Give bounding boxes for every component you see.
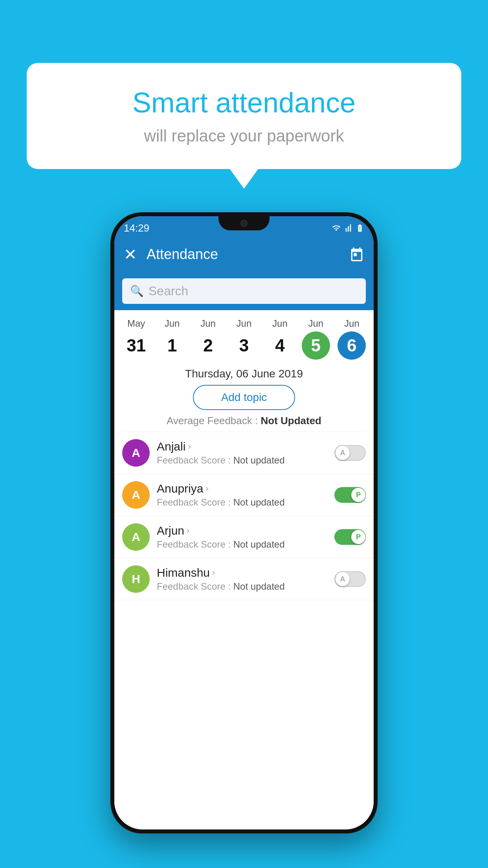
feedback-value: Not updated [233, 455, 285, 465]
speech-bubble-subtitle: will replace your paperwork [50, 127, 438, 145]
attendance-toggle[interactable]: A [334, 445, 366, 461]
student-info: Arjun ›Feedback Score : Not updated [157, 524, 327, 550]
date-month-label: Jun [200, 318, 216, 329]
phone-frame: 14:29 ✕ Attendance [110, 212, 378, 833]
close-button[interactable]: ✕ [124, 246, 137, 262]
calendar-icon[interactable] [349, 247, 364, 262]
average-feedback: Average Feedback : Not Updated [114, 410, 374, 432]
student-avatar: H [122, 565, 150, 593]
student-info: Anupriya ›Feedback Score : Not updated [157, 482, 327, 508]
student-feedback: Feedback Score : Not updated [157, 497, 327, 508]
search-bar[interactable]: 🔍 Search [122, 278, 366, 304]
attendance-toggle-wrap: A [334, 571, 366, 587]
student-name[interactable]: Anupriya › [157, 482, 327, 495]
attendance-toggle[interactable]: P [334, 529, 366, 545]
chevron-right-icon: › [188, 441, 191, 452]
date-item[interactable]: Jun5 [300, 318, 332, 360]
date-selector: May31Jun1Jun2Jun3Jun4Jun5Jun6 [114, 310, 374, 364]
app-bar: ✕ Attendance [114, 237, 374, 272]
wifi-icon [332, 224, 341, 232]
status-time: 14:29 [124, 222, 149, 234]
content-area: May31Jun1Jun2Jun3Jun4Jun5Jun6 Thursday, … [114, 310, 374, 829]
student-item: AArjun ›Feedback Score : Not updatedP [114, 516, 374, 558]
feedback-value: Not updated [233, 539, 285, 550]
search-bar-container: 🔍 Search [114, 272, 374, 310]
date-day-number: 5 [302, 331, 330, 360]
date-day-number: 1 [158, 331, 186, 360]
student-avatar: A [122, 481, 150, 509]
date-item[interactable]: May31 [121, 318, 152, 360]
date-month-label: Jun [237, 318, 252, 329]
attendance-toggle-wrap: A [334, 445, 366, 461]
date-month-label: Jun [344, 318, 360, 329]
feedback-value: Not updated [233, 497, 285, 508]
student-list: AAnjali ›Feedback Score : Not updatedAAA… [114, 432, 374, 600]
speech-bubble-section: Smart attendance will replace your paper… [27, 63, 461, 189]
phone-inner: 14:29 ✕ Attendance [114, 216, 374, 829]
date-month-label: Jun [308, 318, 323, 329]
attendance-toggle[interactable]: A [334, 571, 366, 587]
search-icon: 🔍 [130, 285, 144, 298]
date-item[interactable]: Jun4 [264, 318, 295, 360]
speech-bubble-arrow [230, 169, 258, 189]
student-avatar: A [122, 523, 150, 551]
phone-camera [240, 220, 248, 227]
speech-bubble-title: Smart attendance [50, 86, 438, 119]
app-title: Attendance [147, 246, 340, 263]
add-topic-button[interactable]: Add topic [193, 385, 295, 410]
date-item[interactable]: Jun2 [193, 318, 224, 360]
toggle-knob: A [336, 572, 350, 586]
date-item[interactable]: Jun3 [228, 318, 260, 360]
attendance-toggle-wrap: P [334, 529, 366, 545]
battery-icon [356, 224, 364, 232]
chevron-right-icon: › [187, 526, 189, 536]
student-info: Anjali ›Feedback Score : Not updated [157, 440, 327, 466]
speech-bubble: Smart attendance will replace your paper… [27, 63, 461, 169]
status-icons [332, 224, 364, 232]
toggle-knob: P [351, 488, 365, 502]
date-day-number: 6 [338, 331, 366, 360]
student-name[interactable]: Arjun › [157, 524, 327, 537]
student-item: AAnupriya ›Feedback Score : Not updatedP [114, 474, 374, 516]
date-item[interactable]: Jun1 [156, 318, 188, 360]
student-name[interactable]: Anjali › [157, 440, 327, 453]
student-item: AAnjali ›Feedback Score : Not updatedA [114, 432, 374, 474]
student-avatar: A [122, 439, 150, 467]
date-item[interactable]: Jun6 [336, 318, 367, 360]
feedback-value: Not updated [233, 581, 285, 592]
selected-date-label: Thursday, 06 June 2019 [114, 364, 374, 385]
date-day-number: 3 [230, 331, 258, 360]
student-feedback: Feedback Score : Not updated [157, 539, 327, 550]
toggle-knob: P [351, 530, 365, 544]
date-day-number: 31 [122, 331, 150, 360]
date-day-number: 2 [194, 331, 222, 360]
chevron-right-icon: › [205, 484, 208, 494]
phone-notch [218, 216, 270, 230]
date-month-label: Jun [165, 318, 180, 329]
search-placeholder: Search [149, 284, 188, 298]
student-feedback: Feedback Score : Not updated [157, 581, 327, 592]
date-month-label: Jun [272, 318, 288, 329]
signal-icon [344, 224, 352, 232]
date-month-label: May [127, 318, 145, 329]
toggle-knob: A [336, 446, 350, 460]
student-name[interactable]: Himanshu › [157, 566, 327, 579]
attendance-toggle-wrap: P [334, 487, 366, 503]
chevron-right-icon: › [212, 568, 215, 578]
date-day-number: 4 [266, 331, 294, 360]
attendance-toggle[interactable]: P [334, 487, 366, 503]
student-feedback: Feedback Score : Not updated [157, 455, 327, 466]
student-item: HHimanshu ›Feedback Score : Not updatedA [114, 558, 374, 600]
student-info: Himanshu ›Feedback Score : Not updated [157, 566, 327, 592]
